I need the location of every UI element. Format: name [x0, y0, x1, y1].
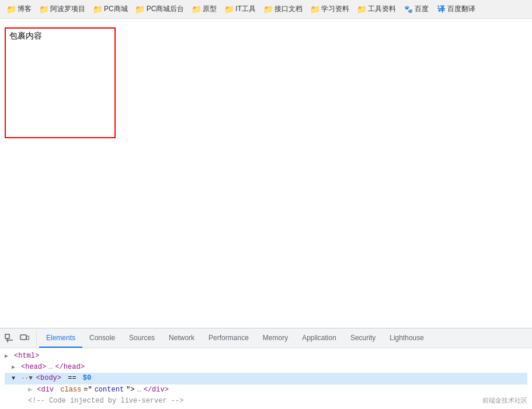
inspect-element-icon[interactable] — [2, 331, 16, 345]
folder-icon: 📁 — [311, 5, 319, 13]
tab-lighthouse[interactable]: Lighthouse — [383, 328, 431, 348]
bookmark-label: 百度 — [415, 4, 429, 14]
code-tag: <head> — [21, 362, 46, 373]
tab-elements[interactable]: Elements — [39, 328, 82, 348]
folder-icon: 📁 — [264, 5, 272, 13]
content-box-label: 包裹内容 — [9, 31, 42, 41]
devtools-panel: Elements Console Sources Network Perform… — [0, 328, 532, 409]
code-eq: =" — [84, 384, 92, 396]
bookmark-原型[interactable]: 📁 原型 — [189, 3, 220, 15]
tab-sources[interactable]: Sources — [122, 328, 162, 348]
bookmark-label: 工具资料 — [368, 4, 396, 14]
bookmark-阿波罗项目[interactable]: 📁 阿波罗项目 — [36, 3, 89, 15]
bookmark-label: PC商城 — [104, 4, 128, 14]
code-tag: <body> — [36, 373, 61, 384]
code-eq: == — [64, 373, 81, 384]
tab-performance[interactable]: Performance — [201, 328, 256, 348]
code-line-head: ▶ <head>…</head> — [5, 362, 527, 373]
tab-console[interactable]: Console — [82, 328, 122, 348]
svg-rect-0 — [5, 334, 9, 338]
folder-icon: 📁 — [93, 5, 102, 13]
code-ellipsis: … — [48, 362, 53, 373]
folder-icon: 📁 — [7, 5, 15, 13]
bookmark-学习资料[interactable]: 📁 学习资料 — [307, 3, 353, 15]
bookmark-label: IT工具 — [235, 4, 256, 14]
folder-icon: 📁 — [225, 5, 233, 13]
paw-icon: 🐾 — [404, 5, 412, 13]
svg-rect-4 — [27, 336, 29, 340]
bookmark-label: 学习资料 — [321, 4, 349, 14]
expand-arrow[interactable]: ▼ — [12, 374, 19, 383]
bookmark-接口文档[interactable]: 📁 接口文档 — [260, 3, 306, 15]
folder-icon: 📁 — [40, 5, 48, 13]
tab-application[interactable]: Application — [295, 328, 343, 348]
translate-icon: 译 — [437, 5, 445, 13]
bookmark-PC商城[interactable]: 📁 PC商城 — [90, 3, 131, 15]
bookmark-label: PC商城后台 — [147, 4, 185, 14]
folder-icon: 📁 — [136, 5, 144, 13]
code-tag: <html> — [14, 351, 39, 362]
code-attr: class — [56, 384, 81, 396]
expand-arrow-spacer — [19, 396, 26, 405]
bookmark-label: 接口文档 — [274, 4, 302, 14]
code-line-comment: <!-- Code injected by live-server --> — [5, 396, 527, 407]
code-indent-dot: ▶ — [28, 384, 32, 396]
devtools-content: ▶ <html> ▶ <head>…</head> ▼ ··▼ <body> =… — [0, 348, 532, 409]
bookmark-label: 博客 — [18, 4, 32, 14]
bookmarks-bar: 📁 博客 📁 阿波罗项目 📁 PC商城 📁 PC商城后台 📁 原型 📁 IT工具… — [0, 0, 532, 19]
code-body-prefix: ··▼ — [21, 373, 33, 384]
main-content: 包裹内容 — [0, 19, 532, 328]
bookmark-PC商城后台[interactable]: 📁 PC商城后台 — [133, 3, 188, 15]
expand-arrow[interactable]: ▶ — [5, 352, 12, 361]
folder-icon: 📁 — [357, 5, 366, 13]
code-line-body: ▼ ··▼ <body> == $0 — [5, 373, 527, 384]
bookmark-工具资料[interactable]: 📁 工具资料 — [354, 3, 399, 15]
tab-network[interactable]: Network — [162, 328, 201, 348]
code-eq-close: "> — [126, 384, 134, 396]
tab-security[interactable]: Security — [343, 328, 383, 348]
device-toolbar-icon[interactable] — [18, 331, 32, 345]
folder-icon: 📁 — [192, 5, 200, 13]
code-ellipsis: … — [137, 384, 141, 396]
code-close-tag: </head> — [55, 362, 84, 373]
expand-arrow-spacer — [19, 385, 26, 394]
bookmark-博客[interactable]: 📁 博客 — [4, 3, 35, 15]
devtools-tabs: Elements Console Sources Network Perform… — [0, 328, 532, 348]
code-line-html: ▶ <html> — [5, 351, 527, 362]
code-line-div: ▶ <div class =" content "> … </div> — [5, 384, 527, 396]
code-comment-text: <!-- Code injected by live-server --> — [28, 396, 183, 407]
bookmark-label: 原型 — [203, 4, 217, 14]
expand-arrow[interactable]: ▶ — [12, 363, 19, 372]
content-box: 包裹内容 — [5, 27, 116, 138]
bookmark-IT工具[interactable]: 📁 IT工具 — [221, 3, 259, 15]
devtools-toolbar-icons — [2, 331, 37, 345]
svg-rect-3 — [20, 335, 26, 340]
code-tag: <div — [37, 384, 54, 396]
bookmark-百度翻译[interactable]: 译 百度翻译 — [433, 3, 479, 15]
watermark: 前端金技术社区 — [482, 396, 527, 407]
code-dollar: $0 — [83, 373, 91, 384]
bookmark-label: 阿波罗项目 — [50, 4, 85, 14]
tab-memory[interactable]: Memory — [256, 328, 295, 348]
bookmark-百度[interactable]: 🐾 百度 — [401, 3, 432, 15]
bookmark-label: 百度翻译 — [447, 4, 475, 14]
code-value: content — [95, 384, 124, 396]
code-close-tag: </div> — [144, 384, 169, 396]
